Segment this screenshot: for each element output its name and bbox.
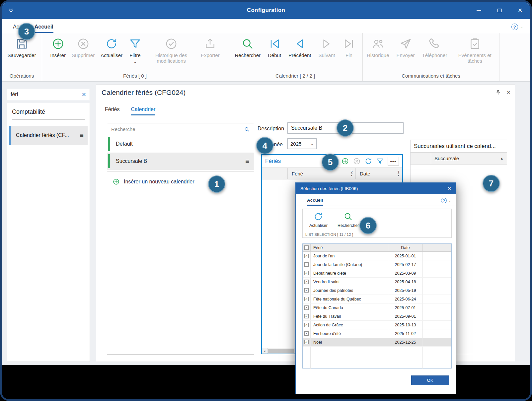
scrollbar-thumb[interactable] [268, 349, 294, 353]
sidebar-item-calendrier-feries[interactable]: Calendrier fériés (CF... ≡ [9, 126, 88, 145]
ribbon-tab-accueil[interactable]: Accueil [35, 24, 53, 33]
save-button[interactable]: Sauvegarder [6, 36, 38, 59]
modification-history-button[interactable]: Historique des modifications [146, 36, 196, 65]
previous-record-button[interactable]: Précédent [287, 36, 312, 59]
callout-1: 1 [208, 175, 225, 193]
minimize-icon [477, 10, 481, 11]
table-row[interactable]: Fête nationale du Québec 2025-06-24 [303, 295, 451, 303]
refresh-grid-icon[interactable] [364, 157, 372, 165]
table-row[interactable]: Fin heure d'été 2025-11-02 [303, 329, 451, 338]
empty-cell [423, 303, 451, 312]
search-record-button[interactable]: Rechercher [233, 36, 262, 59]
table-row[interactable]: Jour de la famille (Ontario) 2025-02-17 [303, 260, 451, 269]
table-row[interactable]: Action de Grâce 2025-10-13 [303, 321, 451, 329]
row-checkbox[interactable] [303, 303, 311, 312]
row-checkbox[interactable] [303, 295, 311, 303]
empty-column [423, 244, 451, 251]
minimize-button[interactable] [469, 2, 489, 19]
table-header: Férié Date [303, 244, 451, 252]
sidebar-item-label: Calendrier fériés (CF... [16, 132, 69, 138]
table-row[interactable]: Fête du Canada 2025-07-01 [303, 303, 451, 312]
table-row[interactable]: Noël 2025-12-25 [303, 338, 451, 347]
filter-button[interactable]: Filtre ⌄ [127, 36, 143, 65]
row-selector-column[interactable] [411, 153, 431, 164]
export-icon [203, 37, 217, 50]
tab-feries[interactable]: Fériés [105, 106, 119, 115]
calendar-item-label: Succursale B [116, 158, 147, 164]
table-row[interactable]: Fête du Travail 2025-09-01 [303, 312, 451, 321]
row-checkbox[interactable] [303, 329, 311, 338]
next-record-button[interactable]: Suivant [317, 36, 336, 59]
holiday-date: 2025-03-09 [388, 269, 423, 277]
panel-close-icon[interactable]: ✕ [506, 89, 511, 96]
column-date[interactable]: Date [388, 244, 423, 251]
comm-history-button[interactable]: Historique [365, 36, 391, 59]
dialog-tab-accueil[interactable]: Accueil [307, 198, 323, 206]
row-checkbox[interactable] [303, 338, 311, 346]
menu-icon[interactable]: ≡ [80, 132, 84, 139]
row-checkbox[interactable] [303, 278, 311, 286]
close-button[interactable]: ✕ [510, 2, 530, 19]
dialog-refresh-button[interactable]: Actualiser [309, 212, 328, 228]
refresh-button[interactable]: Actualiser [99, 36, 124, 59]
table-row[interactable]: Journée des patriotes 2025-05-19 [303, 286, 451, 295]
title-bar: Configuration ✕ [2, 2, 530, 19]
table-row[interactable]: Jour de l'an 2025-01-01 [303, 252, 451, 260]
clipboard-check-icon [468, 37, 482, 50]
last-record-button[interactable]: Fin [341, 36, 357, 59]
insert-button[interactable]: Insérer [49, 36, 67, 59]
holiday-name: Noël [311, 338, 388, 346]
filter-grid-icon[interactable] [376, 157, 384, 165]
export-button[interactable]: Exporter [199, 36, 221, 59]
help-control[interactable]: ? ⌄ [511, 24, 523, 33]
maximize-button[interactable] [489, 2, 510, 19]
holiday-name: Journée des patriotes [311, 286, 388, 295]
holiday-date: 2025-10-13 [388, 321, 423, 329]
table-row[interactable]: Vendredi saint 2025-04-18 [303, 278, 451, 286]
search-icon[interactable] [244, 126, 250, 132]
row-checkbox[interactable] [303, 321, 311, 329]
phone-button[interactable]: Téléphoner [421, 36, 449, 59]
row-checkbox[interactable] [303, 312, 311, 320]
calendar-item-succursale-b[interactable]: Succursale B ≡ [107, 153, 254, 170]
remove-holiday-icon[interactable] [353, 157, 361, 165]
events-tasks-button[interactable]: Événements et tâches [453, 36, 496, 65]
row-checkbox[interactable] [303, 260, 311, 269]
first-record-button[interactable]: Début [266, 36, 282, 59]
year-select[interactable]: 2025 ⌄ [287, 138, 317, 149]
calendar-search-input[interactable]: Recherche [107, 123, 254, 135]
send-button[interactable]: Envoyer [395, 36, 416, 59]
row-checkbox[interactable] [303, 252, 311, 260]
ok-button[interactable]: OK [411, 375, 449, 385]
calendar-item-default[interactable]: Default [107, 135, 254, 153]
ribbon-tab-bar: Ac Accueil ? ⌄ [2, 19, 530, 33]
dialog-search-button[interactable]: Rechercher [338, 212, 359, 228]
delete-button[interactable]: Supprimer [70, 36, 96, 59]
column-ferie[interactable]: Férié 2▲ [288, 168, 356, 179]
dialog-close-icon[interactable]: ✕ [447, 186, 451, 191]
row-selector-column[interactable] [262, 168, 288, 179]
menu-icon[interactable]: ≡ [245, 158, 249, 165]
phone-icon [428, 37, 441, 50]
more-options-icon[interactable]: ••• [388, 157, 399, 166]
select-all-checkbox[interactable] [303, 244, 311, 251]
insert-new-calendar-button[interactable]: Insérer un nouveau calendrier [107, 171, 254, 192]
holiday-name: Vendredi saint [311, 278, 388, 286]
row-checkbox[interactable] [303, 286, 311, 295]
holiday-date: 2025-11-02 [388, 329, 423, 338]
add-holiday-icon[interactable] [341, 157, 349, 165]
column-date[interactable]: Date 1▲ [356, 168, 402, 179]
clear-search-icon[interactable]: ✕ [82, 91, 86, 98]
close-icon: ✕ [518, 8, 522, 13]
tab-calendrier[interactable]: Calendrier [131, 106, 155, 115]
pin-icon[interactable] [495, 90, 501, 96]
scroll-left-icon[interactable]: ◂ [262, 348, 267, 354]
column-ferie[interactable]: Férié [311, 244, 388, 251]
row-checkbox[interactable] [303, 269, 311, 277]
column-succursale[interactable]: Succursale ▲ [431, 153, 507, 164]
empty-cell [423, 329, 451, 338]
module-search-input[interactable]: féri ✕ [7, 89, 90, 100]
help-icon: ? [511, 24, 518, 30]
dialog-help-control[interactable]: ? ⌄ [441, 198, 451, 206]
table-row[interactable]: Début heure d'été 2025-03-09 [303, 269, 451, 278]
